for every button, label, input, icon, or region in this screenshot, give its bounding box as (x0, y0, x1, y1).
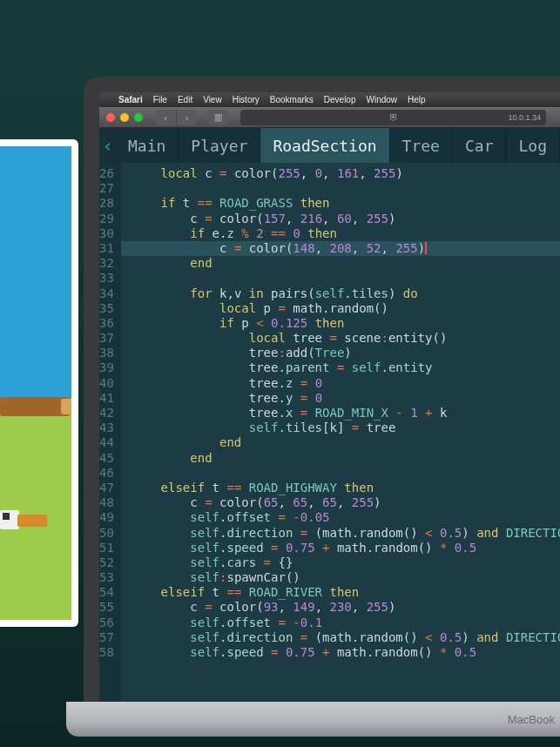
line-number[interactable]: 54 (99, 585, 114, 600)
sidebar-toggle-button[interactable]: ▥ (207, 110, 228, 125)
line-number[interactable]: 39 (99, 360, 114, 375)
code-editor: ‹ MainPlayerRoadSectionTreeCarLog 262728… (99, 128, 560, 703)
code-line[interactable]: c = color(65, 65, 65, 255) (132, 495, 560, 510)
code-line[interactable]: self.offset = -0.1 (132, 616, 560, 630)
line-number[interactable]: 58 (99, 645, 114, 660)
code-line[interactable]: end (132, 451, 560, 466)
code-line[interactable] (132, 181, 560, 196)
line-number[interactable]: 27 (99, 181, 114, 196)
line-gutter[interactable]: 2627282930313233343536373839404142434445… (99, 163, 121, 703)
line-number[interactable]: 44 (99, 435, 114, 450)
menu-develop[interactable]: Develop (324, 95, 356, 104)
tab-car[interactable]: Car (453, 128, 507, 163)
line-number[interactable]: 40 (99, 376, 114, 391)
tab-player[interactable]: Player (179, 128, 260, 163)
line-number[interactable]: 32 (99, 256, 114, 271)
menu-view[interactable]: View (203, 95, 222, 104)
tab-main[interactable]: Main (116, 128, 179, 163)
code-line[interactable]: tree.y = 0 (132, 391, 560, 406)
privacy-shield-icon[interactable]: ⛨ (389, 112, 398, 122)
code-line[interactable]: self.tiles[k] = tree (132, 421, 560, 435)
menu-file[interactable]: File (153, 95, 167, 104)
fullscreen-button[interactable] (134, 113, 143, 122)
code-line[interactable]: tree.parent = self.entity (132, 360, 560, 375)
line-number[interactable]: 33 (99, 271, 114, 286)
line-number[interactable]: 38 (99, 346, 114, 360)
tab-log[interactable]: Log (506, 128, 560, 163)
line-number[interactable]: 57 (99, 630, 114, 645)
code-line[interactable]: tree.x = ROAD_MIN_X - 1 + k (132, 406, 560, 421)
code-line[interactable]: self.cars = {} (132, 555, 560, 570)
code-line[interactable]: self.speed = 0.75 + math.random() * 0.5 (132, 645, 560, 660)
nav-buttons: ‹ › (155, 110, 197, 125)
address-bar[interactable]: ⛨ 10.0.1.34 (240, 110, 546, 125)
code-line[interactable]: tree:add(Tree) (132, 346, 560, 360)
menu-window[interactable]: Window (367, 95, 398, 104)
line-number[interactable]: 55 (99, 600, 114, 615)
line-number[interactable]: 42 (99, 406, 114, 421)
line-number[interactable]: 49 (99, 510, 114, 525)
close-button[interactable] (106, 113, 115, 122)
menu-edit[interactable]: Edit (178, 95, 192, 104)
code-line[interactable] (132, 271, 560, 286)
line-number[interactable]: 28 (99, 196, 114, 211)
line-number[interactable]: 34 (99, 286, 114, 301)
line-number[interactable]: 52 (99, 555, 114, 570)
tab-roadsection[interactable]: RoadSection (260, 128, 389, 163)
line-number[interactable]: 31 (99, 241, 114, 256)
line-number[interactable]: 47 (99, 481, 114, 495)
code-line[interactable]: self.direction = (math.random() < 0.5) a… (132, 630, 560, 645)
line-number[interactable]: 53 (99, 570, 114, 585)
line-number[interactable]: 50 (99, 526, 114, 541)
line-number[interactable]: 43 (99, 421, 114, 435)
line-number[interactable]: 41 (99, 391, 114, 406)
code-line[interactable]: local p = math.random() (132, 301, 560, 316)
code-line[interactable]: for k,v in pairs(self.tiles) do (132, 286, 560, 301)
code-line[interactable]: local tree = scene:entity() (132, 331, 560, 346)
minimize-button[interactable] (120, 113, 129, 122)
app-menu[interactable]: Safari (118, 95, 143, 104)
game-log (0, 397, 70, 416)
line-number[interactable]: 48 (99, 495, 114, 510)
code-line[interactable]: c = color(148, 208, 52, 255) (121, 241, 560, 256)
line-number[interactable]: 36 (99, 316, 114, 331)
menu-bookmarks[interactable]: Bookmarks (270, 95, 314, 104)
forward-button[interactable]: › (176, 110, 197, 125)
line-number[interactable]: 51 (99, 541, 114, 555)
line-number[interactable]: 46 (99, 466, 114, 481)
editor-back-button[interactable]: ‹ (99, 128, 116, 163)
code-line[interactable]: self:spawnCar() (132, 570, 560, 585)
menu-history[interactable]: History (233, 95, 260, 104)
line-number[interactable]: 35 (99, 301, 114, 316)
line-number[interactable]: 37 (99, 331, 114, 346)
code-line[interactable]: elseif t == ROAD_HIGHWAY then (132, 481, 560, 495)
code-line[interactable]: self.offset = -0.05 (132, 510, 560, 525)
line-number[interactable]: 30 (99, 226, 114, 241)
code-line[interactable]: tree.z = 0 (132, 376, 560, 391)
code-line[interactable]: c = color(157, 216, 60, 255) (132, 212, 560, 226)
macos-menubar[interactable]: Safari File Edit View History Bookmarks … (99, 92, 560, 107)
code-line[interactable]: local c = color(255, 0, 161, 255) (132, 166, 560, 181)
text-cursor (425, 242, 427, 254)
code-line[interactable]: end (132, 435, 560, 450)
code-line[interactable]: end (132, 256, 560, 271)
code-line[interactable]: self.speed = 0.75 + math.random() * 0.5 (132, 541, 560, 555)
line-number[interactable]: 29 (99, 212, 114, 226)
macbook: Safari File Edit View History Bookmarks … (84, 77, 560, 747)
code-content[interactable]: local c = color(255, 0, 161, 255) if t =… (121, 163, 560, 703)
code-line[interactable] (132, 466, 560, 481)
tab-tree[interactable]: Tree (390, 128, 453, 163)
back-button[interactable]: ‹ (155, 110, 176, 125)
code-line[interactable]: if e.z % 2 == 0 then (132, 226, 560, 241)
code-line[interactable]: c = color(93, 149, 230, 255) (132, 600, 560, 615)
code-line[interactable]: elseif t == ROAD_RIVER then (132, 585, 560, 600)
code-line[interactable]: if t == ROAD_GRASS then (132, 196, 560, 211)
game-truck (0, 501, 48, 529)
menu-help[interactable]: Help (408, 95, 426, 104)
line-number[interactable]: 26 (99, 166, 114, 181)
code-line[interactable]: self.direction = (math.random() < 0.5) a… (132, 526, 560, 541)
code-area[interactable]: 2627282930313233343536373839404142434445… (99, 163, 560, 703)
code-line[interactable]: if p < 0.125 then (132, 316, 560, 331)
line-number[interactable]: 56 (99, 616, 114, 630)
line-number[interactable]: 45 (99, 451, 114, 466)
